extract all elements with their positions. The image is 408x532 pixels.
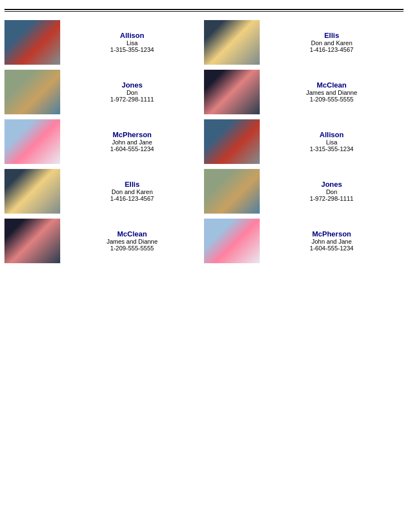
entry-photo <box>4 169 60 214</box>
entry-info: AllisonLisa1-315-355-1234 <box>260 130 404 152</box>
entry-phone: 1-416-123-4567 <box>62 195 202 202</box>
entry-phone: 1-209-555-5555 <box>262 96 401 103</box>
column-left: AllisonLisa1-315-355-1234JonesDon1-972-2… <box>4 18 204 267</box>
entry-photo <box>4 70 60 114</box>
entry-info: EllisDon and Karen1-416-123-4567 <box>60 180 204 202</box>
entry-info: McPhersonJohn and Jane1-604-555-1234 <box>260 230 404 252</box>
entry-firstname: Don <box>262 188 401 195</box>
entry-lastname: Jones <box>262 180 401 188</box>
entry-photo <box>204 70 260 114</box>
entry-lastname: McPherson <box>62 130 202 139</box>
list-item: McPhersonJohn and Jane1-604-555-1234 <box>4 118 204 165</box>
list-item: McCleanJames and Dianne1-209-555-5555 <box>4 217 204 264</box>
entry-firstname: John and Jane <box>62 139 202 146</box>
entry-phone: 1-315-355-1234 <box>262 146 401 152</box>
entry-firstname: Don and Karen <box>262 40 401 46</box>
entry-photo <box>204 20 260 65</box>
entry-firstname: Don <box>62 89 202 96</box>
entry-firstname: Lisa <box>262 139 401 146</box>
entry-phone: 1-315-355-1234 <box>62 46 202 53</box>
entry-info: JonesDon1-972-298-1111 <box>260 180 404 202</box>
entry-photo <box>204 219 260 263</box>
entry-phone: 1-416-123-4567 <box>262 46 401 53</box>
entry-lastname: Jones <box>62 81 202 89</box>
entry-firstname: Don and Karen <box>62 188 202 195</box>
entry-info: McCleanJames and Dianne1-209-555-5555 <box>260 81 404 103</box>
list-item: JonesDon1-972-298-1111 <box>204 167 404 215</box>
list-item: JonesDon1-972-298-1111 <box>4 68 204 115</box>
list-item: AllisonLisa1-315-355-1234 <box>204 118 404 165</box>
entry-info: JonesDon1-972-298-1111 <box>60 81 204 103</box>
list-item: McPhersonJohn and Jane1-604-555-1234 <box>204 217 404 264</box>
divider-bottom <box>4 11 404 12</box>
entry-phone: 1-604-555-1234 <box>62 146 202 152</box>
entry-lastname: Allison <box>62 31 202 40</box>
entry-photo <box>4 20 60 65</box>
entry-phone: 1-972-298-1111 <box>62 96 202 103</box>
column-right: EllisDon and Karen1-416-123-4567McCleanJ… <box>204 18 404 267</box>
entry-firstname: Lisa <box>62 40 202 46</box>
entry-lastname: McClean <box>262 81 401 89</box>
list-item: EllisDon and Karen1-416-123-4567 <box>204 18 404 66</box>
directory-grid: AllisonLisa1-315-355-1234JonesDon1-972-2… <box>0 16 408 269</box>
entry-info: EllisDon and Karen1-416-123-4567 <box>260 31 404 53</box>
entry-lastname: McClean <box>62 230 202 238</box>
entry-photo <box>204 169 260 214</box>
entry-phone: 1-972-298-1111 <box>262 195 401 202</box>
entry-lastname: Ellis <box>262 31 401 40</box>
list-item: AllisonLisa1-315-355-1234 <box>4 18 204 66</box>
entry-info: McCleanJames and Dianne1-209-555-5555 <box>60 230 204 252</box>
divider-top <box>4 9 404 10</box>
entry-photo <box>204 119 260 164</box>
entry-phone: 1-604-555-1234 <box>262 245 401 252</box>
entry-firstname: John and Jane <box>262 238 401 245</box>
list-item: EllisDon and Karen1-416-123-4567 <box>4 167 204 215</box>
list-item: McCleanJames and Dianne1-209-555-5555 <box>204 68 404 115</box>
entry-info: McPhersonJohn and Jane1-604-555-1234 <box>60 130 204 152</box>
entry-photo <box>4 119 60 164</box>
entry-firstname: James and Dianne <box>62 238 202 245</box>
entry-photo <box>4 219 60 263</box>
page-header <box>0 0 408 7</box>
entry-lastname: Ellis <box>62 180 202 188</box>
entry-phone: 1-209-555-5555 <box>62 245 202 252</box>
entry-lastname: Allison <box>262 130 401 139</box>
entry-lastname: McPherson <box>262 230 401 238</box>
entry-firstname: James and Dianne <box>262 89 401 96</box>
entry-info: AllisonLisa1-315-355-1234 <box>60 31 204 53</box>
